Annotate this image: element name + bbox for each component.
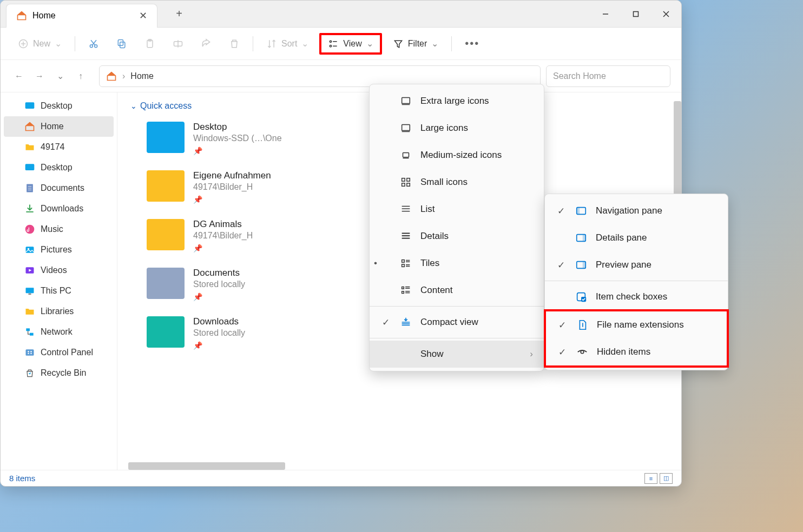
cut-button[interactable] [82,33,106,55]
rename-icon [173,38,183,49]
sidebar-item-this-pc[interactable]: This PC [1,281,117,301]
filter-icon [393,38,404,49]
sidebar: DesktopHome49174DesktopDocumentsDownload… [1,92,117,470]
view-menu-compact[interactable]: ✓Compact view [370,309,544,336]
show-menu-item-item-check-boxes[interactable]: Item check boxes [545,283,728,310]
up-button[interactable]: ↑ [73,69,88,84]
file-icon [576,319,588,331]
copy-button[interactable] [110,33,134,55]
delete-button[interactable] [222,33,246,55]
divider [451,36,452,51]
chevron-right-icon: › [122,71,125,81]
tiles-view-toggle[interactable]: ◫ [660,473,673,484]
sidebar-item-home[interactable]: Home [4,116,114,137]
menu-item-label: List [420,204,435,215]
view-menu-item-medium-sized-icons[interactable]: Medium-sized icons [370,142,544,169]
paste-button[interactable] [138,33,162,55]
details-view-toggle[interactable]: ≡ [644,473,657,484]
menu-item-label: Hidden items [597,347,650,357]
view-icon [328,38,339,49]
filter-button[interactable]: Filter⌄ [386,33,445,55]
pane-right-icon [575,259,587,271]
menu-item-label: Compact view [420,317,478,328]
svg-rect-1 [634,11,639,16]
svg-rect-40 [402,98,410,104]
show-menu-item-preview-pane[interactable]: ✓Preview pane [545,251,728,278]
item-name: Documents [193,268,245,278]
svg-rect-11 [120,42,125,48]
pin-icon: 📌 [193,147,282,155]
sidebar-item-label: This PC [41,286,71,296]
sidebar-item-49174[interactable]: 49174 [1,137,117,157]
search-input[interactable]: Search Home [546,65,670,87]
sidebar-item-label: Home [41,122,64,131]
svg-rect-69 [577,208,580,215]
show-menu-item-hidden-items[interactable]: ✓Hidden items [546,338,727,365]
rename-button[interactable] [166,33,190,55]
pin-icon: 📌 [193,341,245,350]
new-button[interactable]: New⌄ [11,33,68,55]
show-menu-item-navigation-pane[interactable]: ✓Navigation pane [545,197,728,224]
back-button[interactable]: ← [11,69,27,84]
pictures-icon [24,244,35,255]
sidebar-item-libraries[interactable]: Libraries [1,301,117,322]
sidebar-item-videos[interactable]: Videos [1,260,117,281]
breadcrumb-location[interactable]: Home [130,71,154,81]
sidebar-item-label: Desktop [41,163,73,172]
sidebar-item-label: Music [41,224,63,234]
view-button[interactable]: View⌄ [319,33,381,55]
sidebar-item-network[interactable]: Network [1,322,117,342]
new-tab-button[interactable]: + [168,3,190,25]
sidebar-item-recycle-bin[interactable]: Recycle Bin [1,363,117,383]
sidebar-item-label: Recycle Bin [41,368,86,378]
more-button[interactable]: ••• [458,33,486,55]
view-menu-item-extra-large-icons[interactable]: Extra large icons [370,88,544,115]
scrollbar-horizontal[interactable] [128,462,285,470]
minimize-button[interactable] [590,1,621,28]
view-menu-item-large-icons[interactable]: Large icons [370,115,544,142]
show-menu-item-file-name-extensions[interactable]: ✓File name extensions [546,311,727,338]
window-controls [590,1,681,28]
tab-close-icon[interactable]: ✕ [139,10,147,22]
titlebar: Home ✕ + [1,1,681,28]
home-icon [16,10,27,21]
grid-icon [400,176,412,188]
sidebar-item-label: Control Panel [41,348,93,357]
sidebar-item-music[interactable]: Music [1,219,117,240]
toolbar: New⌄ Sort⌄ View⌄ Filter⌄ ••• [1,28,681,60]
sidebar-item-pictures[interactable]: Pictures [1,240,117,260]
sort-button[interactable]: Sort⌄ [260,33,315,55]
folder-icon [147,268,185,299]
sidebar-item-documents[interactable]: Documents [1,178,117,198]
monitor-icon [400,95,412,107]
menu-item-label: Small icons [420,177,468,188]
svg-rect-31 [26,288,34,293]
sidebar-item-downloads[interactable]: Downloads [1,198,117,219]
sidebar-item-control-panel[interactable]: Control Panel [1,342,117,363]
tab-home[interactable]: Home ✕ [6,4,157,28]
svg-rect-32 [29,294,31,295]
menu-item-label: File name extensions [597,320,684,330]
maximize-button[interactable] [621,1,651,28]
view-menu-item-small-icons[interactable]: Small icons [370,169,544,196]
sidebar-item-desktop[interactable]: Desktop [1,157,117,178]
close-button[interactable] [651,1,681,28]
sidebar-item-label: Pictures [41,245,72,255]
svg-rect-21 [25,102,35,109]
view-menu-item-tiles[interactable]: Tiles [370,250,544,277]
home-icon [106,71,117,82]
view-menu-show[interactable]: Show› [370,341,544,368]
sidebar-item-label: Downloads [41,204,83,214]
view-menu-item-details[interactable]: Details [370,223,544,250]
view-menu-item-list[interactable]: List [370,196,544,223]
recent-button[interactable]: ⌄ [52,69,68,84]
view-menu-item-content[interactable]: Content [370,277,544,304]
forward-button[interactable]: → [32,69,47,84]
share-button[interactable] [194,33,218,55]
svg-rect-46 [402,178,405,182]
sidebar-item-desktop[interactable]: Desktop [1,96,117,116]
desktop-img-icon [24,162,35,173]
show-menu-item-details-pane[interactable]: Details pane [545,224,728,251]
menu-item-label: Tiles [420,258,439,269]
sidebar-item-label: Documents [41,183,84,193]
